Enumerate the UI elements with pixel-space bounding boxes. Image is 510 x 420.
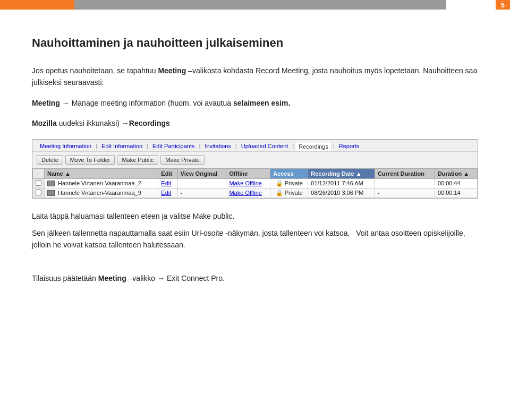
move-to-folder-button[interactable]: Move To Folder: [65, 155, 115, 165]
col-header-view-original: View Original: [177, 168, 226, 178]
recordings-table: Name ▲ Edit View Original Offline Access…: [32, 168, 478, 198]
final-paragraph: Tilaisuus päätetään Meeting –valikko → E…: [32, 272, 478, 284]
paragraph-1: Jos opetus nauhoitetaan, se tapahtuu Mee…: [32, 65, 478, 89]
top-bar-gray: [74, 0, 446, 10]
tab-reports[interactable]: Reports: [336, 142, 363, 151]
row1-lock-icon: 🔒 Private: [270, 178, 308, 188]
tab-invitations[interactable]: Invitations: [201, 142, 234, 151]
row2-name: Hannele Virtanen-Vaaranmaa_9: [45, 188, 158, 198]
table-row: Hannele Virtanen-Vaaranmaa_2 Edit - Make…: [33, 178, 478, 188]
top-bar: [0, 0, 510, 10]
paragraph-3: Mozilla uudeksi ikkunaksi) →Recordings: [32, 117, 478, 129]
tab-meeting-information[interactable]: Meeting Information: [37, 142, 95, 151]
col-header-checkbox: [33, 168, 45, 178]
body-text-2: Sen jälkeen tallennetta napauttamalla sa…: [32, 227, 478, 251]
main-content: Nauhoittaminen ja nauhoitteen julkaisemi…: [0, 10, 510, 314]
body-text-1: Laita täppä haluamasi tallenteen eteen j…: [32, 210, 478, 222]
col-header-access: Access: [270, 168, 308, 178]
row1-thumbnail-icon: [47, 181, 55, 186]
tab-edit-information[interactable]: Edit Information: [98, 142, 146, 151]
row2-recording-date: 08/26/2010 3:06 PM: [308, 188, 375, 198]
row2-thumbnail-icon: [47, 190, 55, 196]
lock-icon: 🔒: [276, 190, 283, 196]
col-header-edit: Edit: [158, 168, 177, 178]
button-row: Delete Move To Folder Make Public Make P…: [32, 152, 478, 168]
row1-edit-link[interactable]: Edit: [158, 178, 177, 188]
delete-button[interactable]: Delete: [37, 155, 63, 165]
make-public-button[interactable]: Make Public: [117, 155, 158, 165]
row2-checkbox[interactable]: [33, 188, 45, 198]
page-title: Nauhoittaminen ja nauhoitteen julkaisemi…: [32, 36, 478, 50]
col-header-duration: Duration ▲: [435, 168, 477, 178]
row1-make-offline-link[interactable]: Make Offline: [226, 178, 270, 188]
col-header-name: Name ▲: [45, 168, 158, 178]
row1-duration: 00:00:44: [435, 178, 477, 188]
row2-make-offline-link[interactable]: Make Offline: [226, 188, 270, 198]
col-header-recording-date: Recording Date ▲: [308, 168, 375, 178]
col-header-current-duration: Current Duration: [375, 168, 435, 178]
top-bar-orange: [0, 0, 74, 10]
row1-name: Hannele Virtanen-Vaaranmaa_2: [45, 178, 158, 188]
row2-lock-icon: 🔒 Private: [270, 188, 308, 198]
screenshot-box: Meeting Information | Edit Information |…: [32, 139, 478, 199]
footer-section: Laita täppä haluamasi tallenteen eteen j…: [32, 210, 478, 251]
row1-checkbox[interactable]: [33, 178, 45, 188]
col-header-offline: Offline: [226, 168, 270, 178]
tab-uploaded-content[interactable]: Uploaded Content: [238, 142, 292, 151]
lock-icon: 🔒: [276, 180, 283, 186]
nav-tabs-row: Meeting Information | Edit Information |…: [32, 140, 478, 152]
paragraph-2: Meeting → Manage meeting information (hu…: [32, 97, 478, 109]
row2-edit-link[interactable]: Edit: [158, 188, 177, 198]
make-private-button[interactable]: Make Private: [160, 155, 204, 165]
row2-view-original: -: [177, 188, 226, 198]
table-row: Hannele Virtanen-Vaaranmaa_9 Edit - Make…: [33, 188, 478, 198]
tab-recordings[interactable]: Recordings: [295, 142, 332, 151]
row2-duration: 00:00:14: [435, 188, 477, 198]
row1-recording-date: 01/12/2011 7:46 AM: [308, 178, 375, 188]
tab-edit-participants[interactable]: Edit Participants: [149, 142, 198, 151]
row1-current-duration: -: [375, 178, 435, 188]
row2-current-duration: -: [375, 188, 435, 198]
row1-view-original: -: [177, 178, 226, 188]
page-number: 5: [496, 0, 510, 10]
